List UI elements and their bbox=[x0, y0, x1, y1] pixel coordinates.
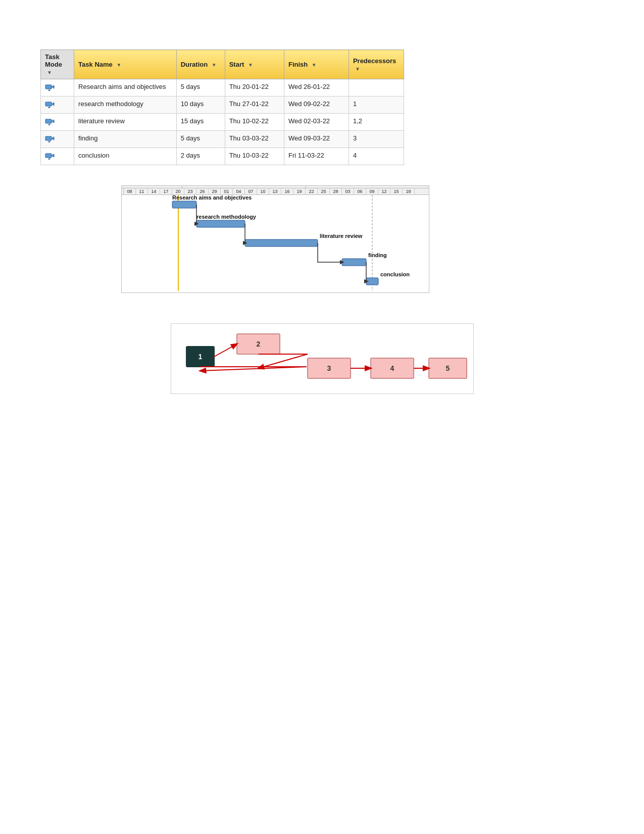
svg-point-14 bbox=[48, 159, 50, 160]
finish-cell: Wed 09-02-22 bbox=[284, 96, 349, 114]
svg-text:literature review: literature review bbox=[320, 233, 363, 239]
gantt-date-cell: 20 bbox=[172, 188, 184, 194]
gantt-feb-label bbox=[182, 186, 306, 188]
svg-marker-13 bbox=[52, 154, 54, 157]
gantt-date-cell: 19 bbox=[293, 188, 306, 194]
th-predecessors: Predecessors ▼ bbox=[349, 50, 404, 79]
predecessors-cell: 1 bbox=[349, 96, 404, 114]
gantt-date-cell: 16 bbox=[281, 188, 293, 194]
task-name-cell: conclusion bbox=[74, 148, 177, 165]
gantt-date-cell: 10 bbox=[257, 188, 269, 194]
predecessors-cell: 1,2 bbox=[349, 114, 404, 131]
task-name-cell: research methodology bbox=[74, 96, 177, 114]
table-row: research methodology10 daysThu 27-01-22W… bbox=[41, 96, 404, 114]
svg-point-5 bbox=[48, 107, 50, 109]
svg-point-2 bbox=[48, 90, 50, 91]
gantt-date-cell: 11 bbox=[136, 188, 148, 194]
duration-cell: 5 days bbox=[176, 131, 225, 148]
task-name-cell: finding bbox=[74, 131, 177, 148]
gantt-date-cell: 06 bbox=[354, 188, 366, 194]
gantt-date-cell: 25 bbox=[318, 188, 330, 194]
gantt-date-cell: 07 bbox=[245, 188, 257, 194]
gantt-date-cell: 04 bbox=[233, 188, 245, 194]
gantt-date-cell: 23 bbox=[184, 188, 196, 194]
duration-cell: 2 days bbox=[176, 148, 225, 165]
gantt-date-cell: 26 bbox=[196, 188, 209, 194]
svg-text:4: 4 bbox=[390, 364, 394, 372]
gantt-svg: Research aims and objectivesresearch met… bbox=[122, 195, 429, 291]
task-table: TaskMode ▼ Task Name ▼ Duration ▼ Start … bbox=[40, 50, 404, 165]
svg-rect-9 bbox=[45, 136, 52, 140]
svg-marker-7 bbox=[52, 120, 54, 123]
finish-cell: Fri 11-03-22 bbox=[284, 148, 349, 165]
start-cell: Thu 03-03-22 bbox=[225, 131, 284, 148]
gantt-chart: 0811141720232629010407101316192225280306… bbox=[121, 185, 429, 293]
th-task-name: Task Name ▼ bbox=[74, 50, 177, 79]
svg-marker-4 bbox=[52, 103, 54, 106]
svg-rect-3 bbox=[45, 102, 52, 106]
th-task-mode: TaskMode ▼ bbox=[41, 50, 74, 79]
svg-text:2: 2 bbox=[256, 340, 260, 348]
th-finish: Finish ▼ bbox=[284, 50, 349, 79]
duration-cell: 5 days bbox=[176, 79, 225, 96]
start-cell: Thu 27-01-22 bbox=[225, 96, 284, 114]
start-cell: Thu 20-01-22 bbox=[225, 79, 284, 96]
gantt-date-cell: 08 bbox=[124, 188, 136, 194]
network-svg: 12345 bbox=[171, 324, 474, 395]
svg-text:1: 1 bbox=[198, 353, 202, 361]
svg-rect-12 bbox=[45, 154, 52, 158]
svg-text:3: 3 bbox=[327, 364, 331, 372]
gantt-date-cell: 14 bbox=[148, 188, 160, 194]
th-duration: Duration ▼ bbox=[176, 50, 225, 79]
svg-text:conclusion: conclusion bbox=[380, 271, 410, 277]
gantt-year-2022 bbox=[122, 186, 182, 188]
svg-rect-25 bbox=[366, 278, 378, 285]
gantt-mar-label bbox=[306, 186, 429, 188]
gantt-date-cell: 29 bbox=[209, 188, 221, 194]
gantt-date-cell: 22 bbox=[306, 188, 318, 194]
task-name-cell: literature review bbox=[74, 114, 177, 131]
start-cell: Thu 10-03-22 bbox=[225, 148, 284, 165]
task-mode-cell bbox=[41, 148, 74, 165]
svg-text:finding: finding bbox=[368, 252, 387, 258]
finish-cell: Wed 26-01-22 bbox=[284, 79, 349, 96]
gantt-date-cell: 13 bbox=[269, 188, 281, 194]
start-cell: Thu 10-02-22 bbox=[225, 114, 284, 131]
task-mode-cell bbox=[41, 96, 74, 114]
predecessors-cell bbox=[349, 79, 404, 96]
svg-marker-1 bbox=[52, 85, 54, 88]
svg-marker-10 bbox=[52, 137, 54, 140]
gantt-date-cell: 03 bbox=[342, 188, 354, 194]
svg-text:research methodology: research methodology bbox=[196, 214, 257, 220]
svg-rect-0 bbox=[45, 85, 52, 89]
gantt-date-cell: 01 bbox=[221, 188, 233, 194]
table-row: finding5 daysThu 03-03-22Wed 09-03-223 bbox=[41, 131, 404, 148]
duration-cell: 15 days bbox=[176, 114, 225, 131]
task-name-cell: Research aims and objectives bbox=[74, 79, 177, 96]
gantt-date-cell: 15 bbox=[390, 188, 403, 194]
table-row: conclusion2 daysThu 10-03-22Fri 11-03-22… bbox=[41, 148, 404, 165]
svg-rect-21 bbox=[245, 239, 318, 247]
finish-cell: Wed 02-03-22 bbox=[284, 114, 349, 131]
gantt-date-cell: 18 bbox=[403, 188, 415, 194]
table-row: literature review15 daysThu 10-02-22Wed … bbox=[41, 114, 404, 131]
task-mode-cell bbox=[41, 79, 74, 96]
network-diagram: 12345 bbox=[171, 323, 474, 394]
gantt-date-cell: 12 bbox=[378, 188, 390, 194]
predecessors-cell: 4 bbox=[349, 148, 404, 165]
gantt-date-cell: 17 bbox=[160, 188, 172, 194]
gantt-date-cell: 09 bbox=[366, 188, 378, 194]
duration-cell: 10 days bbox=[176, 96, 225, 114]
svg-rect-19 bbox=[196, 220, 245, 227]
task-mode-cell bbox=[41, 131, 74, 148]
th-start: Start ▼ bbox=[225, 50, 284, 79]
gantt-date-cell: 28 bbox=[330, 188, 342, 194]
table-row: Research aims and objectives5 daysThu 20… bbox=[41, 79, 404, 96]
svg-point-11 bbox=[48, 141, 50, 143]
svg-rect-23 bbox=[342, 259, 366, 266]
task-mode-cell bbox=[41, 114, 74, 131]
svg-rect-17 bbox=[172, 201, 196, 208]
svg-text:Research aims and objectives: Research aims and objectives bbox=[172, 195, 252, 201]
svg-text:5: 5 bbox=[445, 364, 450, 372]
predecessors-cell: 3 bbox=[349, 131, 404, 148]
